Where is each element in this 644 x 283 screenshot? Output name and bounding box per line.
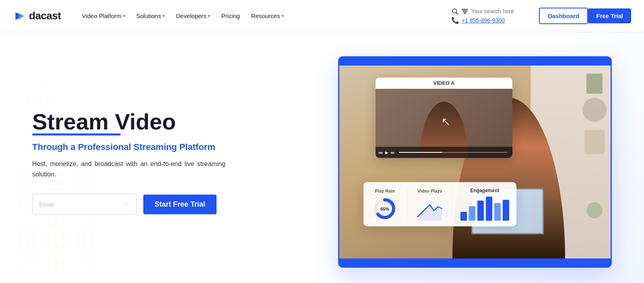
email-placeholder: Email bbox=[39, 201, 54, 208]
chevron-down-icon: ▾ bbox=[208, 14, 210, 18]
logo-text: dacast bbox=[29, 10, 61, 22]
nav-video-platform[interactable]: Video Platform ▾ bbox=[77, 9, 130, 23]
search-icon[interactable] bbox=[451, 8, 458, 15]
cursor-icon: ↖ bbox=[441, 115, 450, 128]
play-icon: ▶ bbox=[385, 150, 388, 155]
video-panel-bottom-bar bbox=[339, 258, 611, 267]
hero-description: Host, monetize, and broadcast with an en… bbox=[32, 159, 225, 179]
start-free-trial-button[interactable]: Start Free Trial bbox=[143, 195, 217, 214]
stats-divider bbox=[407, 189, 408, 221]
bar-3 bbox=[477, 201, 484, 221]
engagement-bar-chart bbox=[460, 197, 509, 221]
fast-forward-icon: ⏭ bbox=[391, 150, 395, 155]
phone-row: 📞 +1 855-896-9300 bbox=[451, 16, 505, 24]
email-input-wrapper[interactable]: Email ⋯ bbox=[32, 194, 137, 215]
bar-4 bbox=[486, 197, 492, 221]
engagement-block: Engagement bbox=[460, 188, 509, 221]
title-underline bbox=[32, 133, 121, 135]
search-input[interactable] bbox=[471, 8, 536, 14]
nav-pricing[interactable]: Pricing bbox=[217, 9, 245, 23]
chevron-down-icon: ▾ bbox=[123, 14, 125, 18]
dashboard-button[interactable]: Dashboard bbox=[539, 8, 588, 24]
video-controls: ⏮ ▶ ⏭ bbox=[376, 147, 512, 158]
play-rate-donut-chart: 65% bbox=[373, 197, 397, 221]
header-right: 📞 +1 855-896-9300 bbox=[451, 8, 536, 24]
hero-video-panel: VIDEO A ↖ ⏮ ▶ ⏭ bbox=[242, 56, 612, 268]
email-options-icon: ⋯ bbox=[122, 200, 130, 209]
video-demo-panel: VIDEO A ↖ ⏮ ▶ ⏭ bbox=[338, 56, 612, 268]
nav-developers[interactable]: Developers ▾ bbox=[171, 9, 215, 23]
hero-section: Stream Video Through a Professional Stre… bbox=[0, 32, 644, 283]
bar-1 bbox=[460, 212, 467, 221]
hero-content: Stream Video Through a Professional Stre… bbox=[32, 109, 242, 215]
stats-overlay-card: Play Rate 65% Video Plays bbox=[363, 182, 516, 226]
filter-icon[interactable] bbox=[461, 8, 469, 15]
video-content-area: VIDEO A ↖ ⏮ ▶ ⏭ bbox=[339, 66, 611, 258]
svg-rect-6 bbox=[464, 13, 466, 14]
video-a-label: VIDEO A bbox=[376, 78, 512, 89]
chevron-down-icon: ▾ bbox=[282, 14, 284, 18]
video-plays-block: Video Plays bbox=[416, 189, 444, 221]
hero-title: Stream Video bbox=[32, 109, 225, 134]
play-rate-label: Play Rate bbox=[375, 189, 395, 193]
phone-link[interactable]: +1 855-896-9300 bbox=[462, 17, 505, 24]
nav-resources[interactable]: Resources ▾ bbox=[246, 9, 289, 23]
bar-5 bbox=[494, 203, 501, 221]
stats-divider-2 bbox=[452, 189, 452, 221]
phone-icon: 📞 bbox=[451, 16, 459, 24]
svg-rect-5 bbox=[463, 11, 466, 12]
cta-row: Email ⋯ Start Free Trial bbox=[32, 194, 225, 215]
video-a-card: VIDEO A ↖ ⏮ ▶ ⏭ bbox=[376, 78, 512, 158]
play-rate-block: Play Rate 65% bbox=[371, 189, 399, 221]
site-header: dacast Video Platform ▾ Solutions ▾ Deve… bbox=[0, 0, 644, 32]
search-row bbox=[451, 8, 536, 15]
hero-subtitle: Through a Professional Streaming Platfor… bbox=[32, 142, 225, 152]
main-nav: Video Platform ▾ Solutions ▾ Developers … bbox=[77, 9, 451, 23]
video-a-content: ↖ ⏮ ▶ ⏭ bbox=[376, 89, 512, 158]
rewind-icon: ⏮ bbox=[379, 150, 383, 155]
bar-2 bbox=[469, 206, 475, 221]
free-trial-button[interactable]: Free Trial bbox=[588, 8, 631, 23]
svg-line-3 bbox=[456, 12, 458, 14]
video-plays-sparkline bbox=[416, 197, 444, 221]
video-plays-label: Video Plays bbox=[417, 189, 442, 193]
nav-solutions[interactable]: Solutions ▾ bbox=[132, 9, 170, 23]
logo[interactable]: dacast bbox=[13, 10, 61, 23]
svg-text:65%: 65% bbox=[380, 207, 389, 211]
video-panel-top-bar bbox=[339, 57, 611, 66]
engagement-label: Engagement bbox=[470, 188, 499, 193]
dacast-logo-icon bbox=[13, 10, 26, 23]
svg-marker-1 bbox=[19, 12, 24, 20]
chevron-down-icon: ▾ bbox=[163, 14, 165, 18]
svg-rect-4 bbox=[462, 9, 468, 10]
bar-6 bbox=[503, 200, 509, 221]
